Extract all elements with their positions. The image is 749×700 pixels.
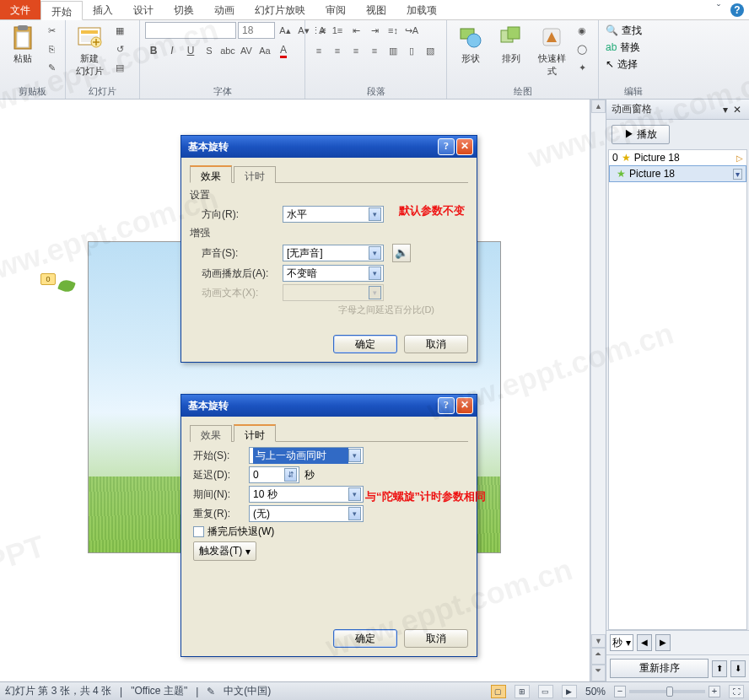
reorder-button[interactable]: 重新排序 xyxy=(610,659,709,678)
start-combo[interactable]: 与上一动画同时▾ xyxy=(249,447,364,464)
arrange-button[interactable]: 排列 xyxy=(493,22,530,67)
tab-effect[interactable]: 效果 xyxy=(190,425,232,442)
dialog-help-icon[interactable]: ? xyxy=(438,397,455,414)
tab-animation[interactable]: 动画 xyxy=(204,0,245,19)
dialog-close-icon[interactable]: ✕ xyxy=(456,138,473,155)
dialog-close-icon[interactable]: ✕ xyxy=(456,397,473,414)
indent-dec-icon[interactable]: ⇤ xyxy=(348,22,364,39)
pane-close-icon[interactable]: ✕ xyxy=(730,104,744,116)
layout-icon[interactable]: ▦ xyxy=(111,22,128,39)
animation-item[interactable]: ★ Picture 18 ▾ xyxy=(609,165,746,182)
tab-file[interactable]: 文件 xyxy=(0,0,40,19)
justify-icon[interactable]: ≡ xyxy=(366,42,383,59)
ok-button[interactable]: 确定 xyxy=(333,629,397,648)
ribbon-minimize-icon[interactable]: ˇ xyxy=(712,0,725,19)
move-up-icon[interactable]: ⬆ xyxy=(712,660,727,677)
tab-view[interactable]: 视图 xyxy=(356,0,396,19)
zoom-in-timeline-icon[interactable]: ◀ xyxy=(637,634,652,651)
leaf-shape[interactable] xyxy=(57,277,76,293)
smartart-icon[interactable]: ▧ xyxy=(422,42,439,59)
align-text-icon[interactable]: ▯ xyxy=(403,42,420,59)
columns-icon[interactable]: ▥ xyxy=(385,42,401,59)
vertical-scrollbar[interactable]: ▲ ▼ ⏶ ⏷ xyxy=(590,100,606,681)
tab-review[interactable]: 审阅 xyxy=(315,0,356,19)
shape-outline-icon[interactable]: ◯ xyxy=(574,40,590,57)
paste-button[interactable]: 粘贴 xyxy=(5,22,40,67)
period-combo[interactable]: 10 秒▾ xyxy=(249,486,364,503)
slideshow-view-icon[interactable]: ▶ xyxy=(562,685,577,698)
bullets-icon[interactable]: ⋮≡ xyxy=(310,22,327,39)
cancel-button[interactable]: 取消 xyxy=(404,335,468,353)
zoom-level[interactable]: 50% xyxy=(585,686,606,697)
zoom-slider[interactable]: − + xyxy=(614,686,720,697)
font-color-icon[interactable]: A xyxy=(275,42,292,59)
format-painter-icon[interactable]: ✎ xyxy=(43,59,60,76)
tab-timing[interactable]: 计时 xyxy=(234,166,276,183)
next-slide-icon[interactable]: ⏷ xyxy=(591,665,606,681)
spellcheck-icon[interactable]: ✎ xyxy=(207,686,215,697)
align-center-icon[interactable]: ≡ xyxy=(329,42,346,59)
underline-icon[interactable]: U xyxy=(182,42,199,59)
tab-slideshow[interactable]: 幻灯片放映 xyxy=(245,0,315,19)
play-button[interactable]: ▶ 播放 xyxy=(612,125,670,144)
delay-spinner[interactable]: 0⇵ xyxy=(249,466,299,483)
cancel-button[interactable]: 取消 xyxy=(404,629,468,648)
pane-menu-icon[interactable]: ▾ xyxy=(720,104,730,116)
prev-slide-icon[interactable]: ⏶ xyxy=(591,648,606,665)
trigger-button[interactable]: 触发器(T) ▾ xyxy=(193,541,256,561)
bold-icon[interactable]: B xyxy=(145,42,162,59)
find-button[interactable]: 🔍查找 xyxy=(604,22,644,39)
zoom-out-icon[interactable]: − xyxy=(614,686,626,697)
animation-item[interactable]: 0 ★ Picture 18 ▷ xyxy=(609,150,746,165)
reset-icon[interactable]: ↺ xyxy=(111,40,128,57)
italic-icon[interactable]: I xyxy=(164,42,181,59)
line-spacing-icon[interactable]: ≡↕ xyxy=(385,22,401,39)
tab-start[interactable]: 开始 xyxy=(40,1,83,20)
sound-combo[interactable]: [无声音]▾ xyxy=(283,245,384,261)
numbering-icon[interactable]: 1≡ xyxy=(329,22,346,39)
align-left-icon[interactable]: ≡ xyxy=(310,42,327,59)
spacing-icon[interactable]: AV xyxy=(238,42,255,59)
replace-button[interactable]: ab替换 xyxy=(604,39,642,56)
tab-insert[interactable]: 插入 xyxy=(83,0,123,19)
item-dropdown-icon[interactable]: ▾ xyxy=(733,169,742,180)
tab-design[interactable]: 设计 xyxy=(123,0,164,19)
case-icon[interactable]: Aa xyxy=(256,42,273,59)
scroll-up-icon[interactable]: ▲ xyxy=(591,100,606,113)
dialog-help-icon[interactable]: ? xyxy=(438,138,455,155)
animation-list[interactable]: 0 ★ Picture 18 ▷ ★ Picture 18 ▾ xyxy=(608,149,747,630)
reading-view-icon[interactable]: ▭ xyxy=(538,685,553,698)
quick-styles-button[interactable]: 快速样式 xyxy=(533,22,570,79)
font-size-combo[interactable]: 18 xyxy=(238,22,275,39)
rewind-checkbox[interactable]: 播完后快退(W) xyxy=(193,525,274,539)
align-right-icon[interactable]: ≡ xyxy=(348,42,364,59)
sorter-view-icon[interactable]: ⊞ xyxy=(515,685,530,698)
text-direction-icon[interactable]: ↪A xyxy=(403,22,420,39)
help-icon[interactable]: ? xyxy=(730,3,744,17)
expand-icon[interactable]: ▷ xyxy=(736,153,743,163)
after-combo[interactable]: 不变暗▾ xyxy=(283,265,384,282)
shape-fill-icon[interactable]: ◉ xyxy=(574,22,590,39)
direction-combo[interactable]: 水平▾ xyxy=(283,206,384,223)
strike-icon[interactable]: abc xyxy=(219,42,236,59)
copy-icon[interactable]: ⎘ xyxy=(43,40,60,57)
scroll-down-icon[interactable]: ▼ xyxy=(591,634,606,648)
move-down-icon[interactable]: ⬇ xyxy=(730,660,746,677)
sound-preview-icon[interactable]: 🔈 xyxy=(392,244,411,262)
zoom-in-icon[interactable]: + xyxy=(709,686,720,697)
select-button[interactable]: ↖选择 xyxy=(604,56,639,73)
new-slide-button[interactable]: 新建 幻灯片 xyxy=(71,22,108,79)
fit-window-icon[interactable]: ⛶ xyxy=(729,685,744,698)
cut-icon[interactable]: ✂ xyxy=(43,22,60,39)
section-icon[interactable]: ▤ xyxy=(111,59,128,76)
language-label[interactable]: 中文(中国) xyxy=(224,684,271,698)
zoom-out-timeline-icon[interactable]: ▶ xyxy=(655,634,671,651)
tab-transition[interactable]: 切换 xyxy=(164,0,204,19)
font-family-combo[interactable] xyxy=(145,22,236,39)
tab-addins[interactable]: 加载项 xyxy=(396,0,447,19)
indent-inc-icon[interactable]: ⇥ xyxy=(366,22,383,39)
grow-font-icon[interactable]: A▴ xyxy=(277,22,294,39)
tab-timing[interactable]: 计时 xyxy=(234,424,276,442)
shadow-icon[interactable]: S xyxy=(201,42,218,59)
repeat-combo[interactable]: (无)▾ xyxy=(249,505,364,522)
